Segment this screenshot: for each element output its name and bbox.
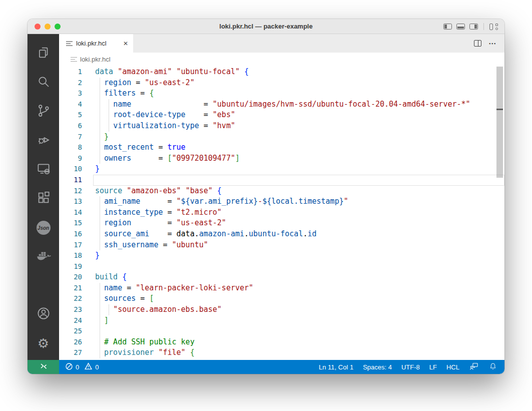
code-line[interactable]: 5 root-device-type = "ebs" [59,110,504,121]
more-actions-icon[interactable]: ⋯ [488,42,496,45]
line-number[interactable]: 6 [59,121,95,132]
remote-indicator[interactable] [28,360,59,374]
indent-guide [109,110,109,121]
line-number[interactable]: 18 [59,250,95,261]
line-number[interactable]: 26 [59,337,95,348]
code-line[interactable]: 8 most_recent = true [59,142,504,153]
code-line[interactable]: 22 sources = [ [59,293,504,304]
code-line[interactable]: 26 # Add SSH public key [59,337,504,348]
breadcrumb[interactable]: loki.pkr.hcl [59,53,504,66]
tab-bar: loki.pkr.hcl ✕ ⋯ [59,34,504,53]
sidebar-item-source-control[interactable] [32,99,56,124]
code-line[interactable]: 14 instance_type = "t2.micro" [59,207,504,218]
line-number[interactable]: 24 [59,315,95,326]
file-icon [66,40,73,47]
line-number[interactable]: 12 [59,186,95,197]
code-line[interactable]: 12source "amazon-ebs" "base" { [59,186,504,197]
line-number[interactable]: 7 [59,132,95,143]
language-mode[interactable]: HCL [446,363,459,371]
debug-icon [36,132,51,149]
cursor-position[interactable]: Ln 11, Col 1 [319,363,353,371]
code-line[interactable]: 4 name = "ubuntu/images/hvm-ssd/ubuntu-f… [59,99,504,110]
sidebar-item-extensions[interactable] [32,186,56,211]
line-number[interactable]: 15 [59,218,95,229]
indent-guide [100,132,100,143]
close-tab-icon[interactable]: ✕ [123,41,128,47]
zoom-window-button[interactable] [55,24,61,30]
code-line[interactable]: 19 [59,261,504,272]
line-number[interactable]: 2 [59,78,95,89]
code-line[interactable]: 3 filters = { [59,88,504,99]
indentation[interactable]: Spaces: 4 [363,363,392,371]
extensions-icon [36,190,51,207]
line-number[interactable]: 3 [59,88,95,99]
code-line[interactable]: 1data "amazon-ami" "ubuntu-focal" { [59,67,504,78]
code-line[interactable]: 17 ssh_username = "ubuntu" [59,240,504,251]
breadcrumb-item[interactable]: loki.pkr.hcl [80,56,111,63]
line-number[interactable]: 25 [59,326,95,337]
line-number[interactable]: 21 [59,283,95,294]
code-text: sources = [ [95,293,504,304]
line-number[interactable]: 9 [59,153,95,164]
eol-sequence[interactable]: LF [429,363,437,371]
line-number[interactable]: 14 [59,207,95,218]
minimize-window-button[interactable] [45,24,51,30]
close-window-button[interactable] [35,24,41,30]
line-number[interactable]: 13 [59,196,95,207]
code-line[interactable]: 2 region = "us-east-2" [59,78,504,89]
code-line[interactable]: 25 [59,326,504,337]
sidebar-item-json-extension[interactable]: Json [32,215,56,240]
line-number[interactable]: 8 [59,142,95,153]
sidebar-item-remote-explorer[interactable] [32,157,56,182]
line-number[interactable]: 4 [59,99,95,110]
code-line[interactable]: 7 } [59,132,504,143]
code-line[interactable]: 13 ami_name = "${var.ami_prefix}-${local… [59,196,504,207]
customize-layout-icon[interactable] [489,24,498,30]
code-line[interactable]: 21 name = "learn-packer-loki-server" [59,283,504,294]
code-line[interactable]: 16 source_ami = data.amazon-ami.ubuntu-f… [59,229,504,240]
sidebar-item-docker[interactable] [32,244,56,269]
accounts-button[interactable] [32,302,56,327]
code-line[interactable]: 20build { [59,272,504,283]
indent-guide [100,153,100,164]
code-line[interactable]: 15 region = "us-east-2" [59,218,504,229]
code-line[interactable]: 6 virtualization-type = "hvm" [59,121,504,132]
line-number[interactable]: 23 [59,304,95,315]
code-text: } [95,250,504,261]
notifications-bell-icon[interactable] [488,362,497,372]
split-editor-icon[interactable] [474,40,481,47]
code-line[interactable]: 23 "source.amazon-ebs.base" [59,304,504,315]
problems-indicator[interactable]: 0 0 [65,362,99,372]
line-number[interactable]: 11 [59,175,95,186]
code-editor[interactable]: 1data "amazon-ami" "ubuntu-focal" {2 reg… [59,66,504,360]
code-text: } [95,132,504,143]
line-number[interactable]: 16 [59,229,95,240]
toggle-panel-icon[interactable] [456,24,465,30]
toggle-secondary-sidebar-icon[interactable] [469,24,478,30]
code-line[interactable]: 18} [59,250,504,261]
code-line[interactable]: 27 provisioner "file" { [59,347,504,358]
line-number[interactable]: 10 [59,164,95,175]
line-number[interactable]: 20 [59,272,95,283]
sidebar-item-search[interactable] [32,70,56,95]
editor-scrollbar[interactable] [496,67,503,178]
line-number[interactable]: 27 [59,347,95,358]
line-number[interactable]: 5 [59,110,95,121]
tab-loki-pkr-hcl[interactable]: loki.pkr.hcl ✕ [59,34,133,53]
line-number[interactable]: 17 [59,240,95,251]
title-bar[interactable]: loki.pkr.hcl — packer-example [28,19,504,34]
code-line[interactable]: 9 owners = ["099720109477"] [59,153,504,164]
code-line[interactable]: 10} [59,164,504,175]
feedback-icon[interactable] [469,361,479,373]
settings-button[interactable]: ⚙ [32,331,56,356]
sidebar-item-run-debug[interactable] [32,128,56,153]
line-number[interactable]: 22 [59,293,95,304]
code-line[interactable]: 24 ] [59,315,504,326]
sidebar-item-explorer[interactable] [32,41,56,66]
line-number[interactable]: 1 [59,67,95,78]
code-line[interactable]: 11 [59,175,504,186]
code-text: } [95,164,504,175]
line-number[interactable]: 19 [59,261,95,272]
toggle-primary-sidebar-icon[interactable] [443,24,452,30]
encoding[interactable]: UTF-8 [401,363,420,371]
